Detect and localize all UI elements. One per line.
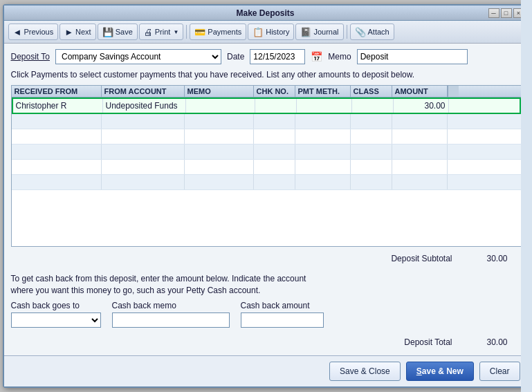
calendar-icon[interactable]: 📅 [311,51,322,62]
footer: Save & Close Save & New Clear [4,355,529,386]
deposit-to-select[interactable]: Company Savings Account [55,49,221,64]
cell-c-2 [254,114,295,129]
deposit-total-value: 30.00 [466,337,508,347]
form-header-row: Deposit To Company Savings Account Date … [11,49,522,64]
save-new-label: Save & New [416,366,464,376]
print-icon: 🖨 [144,27,153,37]
clear-label: Clear [490,366,510,376]
attach-button[interactable]: 📎 Attach [350,24,394,40]
next-label: Next [75,28,91,36]
instruction-text: Click Payments to select customer paymen… [11,70,522,80]
toolbar-separator-2 [347,25,347,39]
clear-button[interactable]: Clear [479,362,520,381]
col-class: CLASS [351,86,392,97]
minimize-button[interactable]: ─ [488,8,499,18]
cell-fa-2 [102,114,185,129]
table-body: Christopher R Undeposited Funds 30.00 [12,97,521,246]
payments-label: Payments [208,28,241,36]
cash-back-fields: Cash back goes to Cash back memo Cash ba… [11,301,522,328]
row-scroll-spacer [449,99,460,113]
print-label: Print [155,28,171,36]
print-dropdown-arrow: ▼ [173,29,178,35]
journal-button[interactable]: 📓 Journal [295,24,343,40]
window-title: Make Deposits [43,8,488,18]
print-button[interactable]: 🖨 Print ▼ [139,24,184,40]
payments-button[interactable]: 💳 Payments [190,24,246,40]
date-label: Date [227,52,244,62]
cell-cl-2 [351,114,392,129]
cash-back-memo-group: Cash back memo [112,301,230,328]
save-new-button[interactable]: Save & New [406,362,474,381]
deposit-subtotal-row: Deposit Subtotal 30.00 [11,251,522,266]
memo-input[interactable] [357,49,468,64]
cell-class [352,99,394,113]
deposit-total-row: Deposit Total 30.00 [11,335,522,350]
cell-m-2 [185,114,254,129]
deposit-table: RECEIVED FROM FROM ACCOUNT MEMO CHK NO. … [11,85,522,247]
save-label: Save [116,28,133,36]
toolbar: ◄ Previous ► Next 💾 Save 🖨 Print ▼ 💳 Pay… [4,21,529,44]
deposit-to-label: Deposit To [11,52,50,62]
history-icon: 📋 [253,27,264,37]
cell-received-from: Christopher R [13,99,103,113]
next-icon: ► [64,27,73,37]
save-icon: 💾 [102,27,113,37]
deposit-total-label: Deposit Total [404,337,452,347]
table-row[interactable] [12,144,521,160]
cash-back-section: To get cash back from this deposit, ente… [11,270,522,330]
journal-icon: 📓 [300,27,311,37]
previous-label: Previous [24,28,53,36]
scroll-header [448,86,459,97]
previous-button[interactable]: ◄ Previous [8,24,59,40]
journal-label: Journal [313,28,338,36]
date-input[interactable] [250,49,305,64]
cash-back-amount-label: Cash back amount [241,301,324,310]
cell-pm-2 [295,114,351,129]
content-area: Deposit To Company Savings Account Date … [4,44,529,355]
save-button[interactable]: 💾 Save [98,24,138,40]
deposit-subtotal-value: 30.00 [466,254,508,263]
col-amount: AMOUNT [392,86,448,97]
cash-back-info-line1: To get cash back from this deposit, ente… [11,273,522,285]
cash-back-memo-input[interactable] [112,312,230,328]
cell-from-account: Undeposited Funds [103,99,186,113]
memo-label: Memo [328,52,351,62]
table-row[interactable] [12,160,521,175]
table-row[interactable] [12,129,521,144]
attach-icon: 📎 [355,27,366,37]
cash-back-memo-label: Cash back memo [112,301,230,310]
row-scroll-2 [448,114,459,129]
col-pmt-meth: PMT METH. [295,86,351,97]
history-label: History [266,28,289,36]
col-memo: MEMO [185,86,254,97]
restore-button[interactable]: □ [501,8,512,18]
deposit-subtotal-label: Deposit Subtotal [391,254,452,263]
table-row[interactable] [12,114,521,129]
next-button[interactable]: ► Next [59,24,96,40]
table-header: RECEIVED FROM FROM ACCOUNT MEMO CHK NO. … [12,86,521,97]
cash-back-amount-group: Cash back amount [241,301,324,328]
cell-pmt-meth [297,99,352,113]
table-row[interactable] [12,175,521,190]
vertical-scrollbar[interactable] [521,85,522,247]
cell-chk-no [255,99,297,113]
toolbar-separator [186,25,187,39]
make-deposits-window: Make Deposits ─ □ × ◄ Previous ► Next 💾 … [3,4,530,388]
cash-back-goes-to-select[interactable] [11,312,101,328]
cash-back-goes-to-label: Cash back goes to [11,301,101,310]
cash-back-amount-input[interactable] [241,312,324,328]
save-close-button[interactable]: Save & Close [329,362,401,381]
save-close-label: Save & Close [340,366,390,376]
table-row[interactable]: Christopher R Undeposited Funds 30.00 [12,97,521,114]
cell-memo [186,99,255,113]
col-chk-no: CHK NO. [254,86,295,97]
cash-back-info-line2: where you want this money to go, such as… [11,285,522,297]
col-from-account: FROM ACCOUNT [102,86,185,97]
title-bar: Make Deposits ─ □ × [4,6,529,21]
cash-back-goes-to-group: Cash back goes to [11,301,101,328]
cell-rf-2 [12,114,102,129]
cell-a-2 [392,114,448,129]
attach-label: Attach [368,28,389,36]
history-button[interactable]: 📋 History [248,24,294,40]
cell-amount: 30.00 [394,99,449,113]
